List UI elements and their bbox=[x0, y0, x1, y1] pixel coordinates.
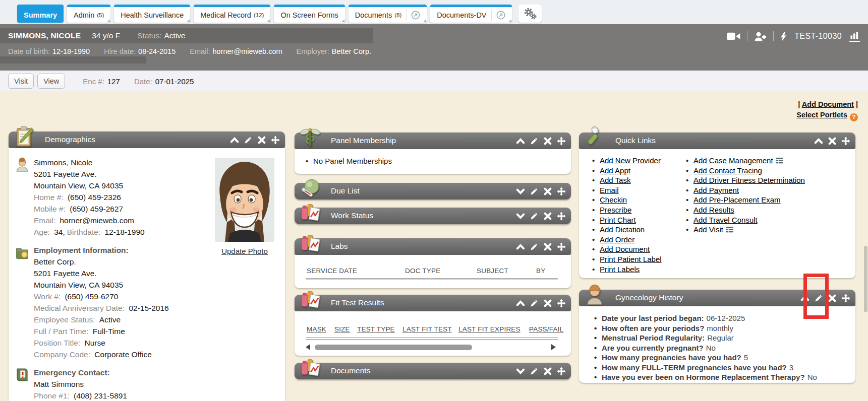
quick-link-add-dictation[interactable]: Add Dictation bbox=[600, 225, 645, 234]
panel-membership-collapse-button[interactable] bbox=[516, 137, 525, 146]
documents-edit-button[interactable] bbox=[530, 367, 539, 376]
demographics-move-handle[interactable] bbox=[271, 136, 280, 145]
demographics-close-button[interactable] bbox=[257, 136, 266, 145]
documents-move-handle[interactable] bbox=[557, 367, 566, 376]
scroll-right-arrow[interactable] bbox=[551, 344, 556, 350]
quick-links-close-button[interactable] bbox=[828, 137, 837, 146]
quick-link-add-task[interactable]: Add Task bbox=[600, 176, 630, 184]
documents-close-button[interactable] bbox=[543, 367, 552, 376]
quick-link-add-appt[interactable]: Add Appt bbox=[600, 166, 630, 175]
tab-health-surveillance[interactable]: Health Surveillance bbox=[114, 5, 190, 23]
panel-membership-move-handle[interactable] bbox=[557, 137, 566, 146]
quick-link-add-contact-tracing[interactable]: Add Contact Tracing bbox=[693, 166, 762, 175]
fit-test-column-header[interactable]: TEST TYPE bbox=[357, 325, 395, 333]
portlet-header[interactable]: Due List bbox=[295, 183, 571, 199]
panel-membership-close-button[interactable] bbox=[543, 137, 552, 146]
quick-link-print-patient-label[interactable]: Print Patient Label bbox=[600, 255, 662, 263]
quick-link-print-chart[interactable]: Print Chart bbox=[600, 216, 636, 224]
fit-test-collapse-button[interactable] bbox=[516, 299, 525, 308]
tab-documents[interactable]: Documents(8) bbox=[349, 5, 427, 23]
due-list-move-handle[interactable] bbox=[557, 187, 566, 196]
scroll-left-arrow[interactable] bbox=[306, 344, 310, 350]
portlet-header[interactable]: Demographics bbox=[9, 131, 285, 148]
fit-test-close-button[interactable] bbox=[543, 299, 552, 308]
settings-button[interactable] bbox=[518, 5, 542, 23]
gynecology-close-button[interactable] bbox=[828, 294, 837, 303]
fit-test-column-header[interactable]: SIZE bbox=[334, 325, 350, 333]
due-list-expand-button[interactable] bbox=[516, 187, 525, 196]
portlet-header[interactable]: Fit Test Results bbox=[295, 295, 571, 311]
demographics-edit-button[interactable] bbox=[244, 136, 253, 145]
fit-test-edit-button[interactable] bbox=[530, 299, 539, 308]
scrollbar-thumb[interactable] bbox=[315, 345, 472, 350]
work-status-close-button[interactable] bbox=[543, 212, 552, 221]
portlet-work-status: Work Status bbox=[295, 208, 571, 224]
tab-label: Medical Record bbox=[200, 11, 251, 19]
lightning-icon[interactable] bbox=[780, 32, 787, 41]
bar-chart-icon[interactable] bbox=[849, 31, 860, 42]
gynecology-move-handle[interactable] bbox=[841, 294, 850, 303]
due-list-close-button[interactable] bbox=[543, 187, 552, 196]
quick-link-email[interactable]: Email bbox=[600, 186, 619, 194]
quick-link-add-pre-placement-exam[interactable]: Add Pre-Placement Exam bbox=[693, 195, 781, 204]
quick-link-add-visit[interactable]: Add Visit bbox=[693, 225, 723, 234]
quick-link-prescribe[interactable]: Prescribe bbox=[600, 206, 631, 214]
view-button[interactable]: View bbox=[37, 74, 65, 89]
video-camera-icon[interactable] bbox=[727, 32, 740, 41]
fit-test-move-handle[interactable] bbox=[557, 299, 566, 308]
portlet-panel-membership: Panel Membership No Panel Memberships bbox=[295, 132, 571, 174]
quick-link-add-new-provider[interactable]: Add New Provider bbox=[600, 156, 661, 165]
tab-summary[interactable]: Summary bbox=[17, 5, 64, 23]
panel-membership-edit-button[interactable] bbox=[530, 137, 539, 146]
quick-link-add-order[interactable]: Add Order bbox=[600, 235, 634, 244]
labs-edit-button[interactable] bbox=[530, 242, 539, 251]
quick-link-print-labels[interactable]: Print Labels bbox=[600, 265, 640, 274]
tab-medical-record[interactable]: Medical Record(12) bbox=[194, 5, 270, 23]
person-icon bbox=[15, 157, 30, 172]
patient-info-field: Hire date:08-24-2015 bbox=[104, 47, 176, 55]
field-value: 5201 Fayette Ave. bbox=[34, 170, 97, 178]
due-list-edit-button[interactable] bbox=[530, 187, 539, 196]
quick-link-checkin[interactable]: Checkin bbox=[600, 195, 627, 204]
quick-link-add-payment[interactable]: Add Payment bbox=[693, 186, 739, 194]
portlet-header[interactable]: Panel Membership bbox=[295, 132, 571, 149]
demographics-line: Work #:(650) 459-6270 bbox=[34, 291, 278, 302]
quick-link-add-driver-fitness-determination[interactable]: Add Driver Fitness Determination bbox=[693, 176, 805, 184]
labs-collapse-button[interactable] bbox=[516, 242, 525, 251]
quick-links-move-handle[interactable] bbox=[841, 137, 850, 146]
portlet-header[interactable]: Documents bbox=[295, 363, 571, 379]
quick-links-collapse-button[interactable] bbox=[814, 137, 823, 146]
quick-link-add-document[interactable]: Add Document bbox=[600, 245, 650, 253]
fit-test-column-header[interactable]: MASK bbox=[307, 325, 326, 333]
demographics-collapse-button[interactable] bbox=[230, 136, 239, 145]
quick-link-add-results[interactable]: Add Results bbox=[693, 206, 734, 214]
documents-expand-button[interactable] bbox=[516, 367, 525, 376]
section-heading: Emergency Contact: bbox=[34, 367, 278, 378]
tab-documents-dv[interactable]: Documents-DV bbox=[430, 5, 511, 23]
demographics-line: Company Code:Corporate Office bbox=[34, 349, 278, 360]
labs-close-button[interactable] bbox=[543, 242, 552, 251]
work-status-expand-button[interactable] bbox=[516, 212, 525, 221]
external-link-icon[interactable] bbox=[406, 10, 420, 21]
column-3: Quick Links Add New ProviderAdd ApptAdd … bbox=[579, 92, 855, 401]
fit-test-column-header[interactable]: PASS/FAIL bbox=[529, 325, 563, 333]
work-status-move-handle[interactable] bbox=[557, 212, 566, 221]
portlet-header[interactable]: Labs bbox=[295, 238, 571, 255]
fit-test-column-header[interactable]: LAST FIT EXPIRES bbox=[458, 325, 520, 333]
tab-on-screen-forms[interactable]: On Screen Forms bbox=[274, 5, 344, 23]
add-person-icon[interactable] bbox=[754, 32, 767, 41]
panel-membership-body: No Panel Memberships bbox=[295, 149, 571, 174]
labs-move-handle[interactable] bbox=[557, 242, 566, 251]
update-photo-link[interactable]: Update Photo bbox=[218, 247, 271, 255]
quick-link-add-travel-consult[interactable]: Add Travel Consult bbox=[693, 216, 758, 224]
visit-button[interactable]: Visit bbox=[8, 74, 34, 89]
tab-admin[interactable]: Admin(5) bbox=[67, 5, 110, 23]
portlet-header[interactable]: Work Status bbox=[295, 208, 571, 224]
fit-test-column-header[interactable]: LAST FIT TEST bbox=[402, 325, 452, 333]
patient-name-link[interactable]: Simmons, Nicole bbox=[34, 158, 92, 167]
quick-link-add-case-management[interactable]: Add Case Management bbox=[693, 156, 773, 165]
vertical-scrollbar-thumb[interactable] bbox=[864, 246, 867, 312]
portlet-header[interactable]: Quick Links bbox=[579, 132, 855, 149]
work-status-edit-button[interactable] bbox=[530, 212, 539, 221]
external-link-icon[interactable] bbox=[491, 10, 505, 21]
